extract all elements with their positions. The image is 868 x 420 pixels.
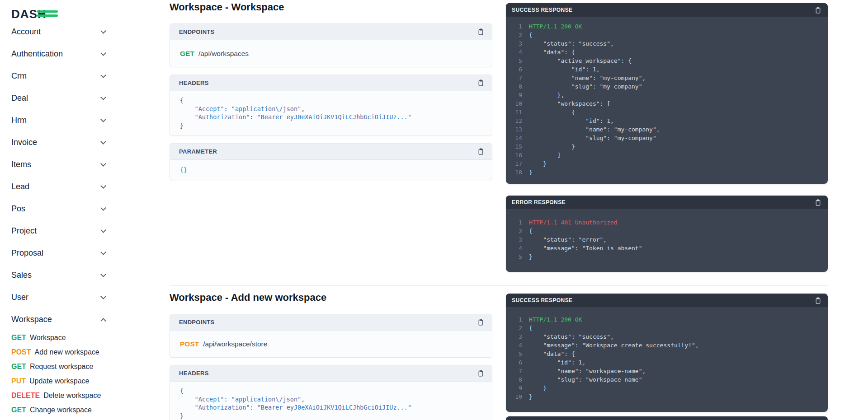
copy-button[interactable]	[477, 28, 485, 36]
code-key: "Authorization"	[180, 113, 250, 121]
headers-card-title: HEADERS	[179, 79, 209, 86]
code-text: }	[529, 392, 533, 401]
section-add-new-workspace: Workspace - Add new workspace ENDPOINTS …	[170, 286, 828, 420]
headers-code: { "Accept": "application\/json", "Author…	[170, 91, 492, 135]
sidebar-item-label: Project	[11, 226, 37, 236]
sidebar-item-label: Crm	[11, 71, 27, 81]
chevron-icon	[100, 139, 106, 145]
copy-button[interactable]	[814, 6, 822, 14]
line-number: 9	[510, 384, 522, 392]
code-line: 7 "name": "my-company",	[510, 74, 822, 82]
code-text: {	[529, 324, 533, 332]
request-column: Workspace - Workspace ENDPOINTS GET /api…	[170, 1, 492, 187]
sidebar-item[interactable]: Project	[11, 220, 107, 242]
success-response-panel: SUCCESS RESPONSE 1HTTP/1.1 200 OK 2{ 3 "…	[506, 294, 828, 412]
copy-button[interactable]	[814, 297, 822, 304]
sidebar-item[interactable]: Sales	[11, 264, 107, 286]
headers-card-header: HEADERS	[170, 75, 492, 91]
copy-button[interactable]	[477, 79, 485, 87]
sidebar-item[interactable]: Proposal	[11, 242, 107, 264]
sidebar-item[interactable]: Lead	[11, 176, 107, 198]
copy-icon	[477, 79, 485, 87]
response-column: SUCCESS RESPONSE 1HTTP/1.1 200 OK 2{ 3 "…	[506, 1, 828, 284]
code-line: 9 },	[510, 91, 822, 99]
code-line: 9 }	[510, 384, 822, 392]
code-line: "Authorization": "Bearer eyJ0eXAiOiJKV1Q…	[180, 403, 483, 412]
code-text: "data": {	[529, 350, 575, 358]
line-number: 2	[510, 324, 522, 332]
endpoint-path: /api/workspaces	[198, 50, 249, 58]
sidebar-sub-item[interactable]: PUT Update workspace	[11, 374, 111, 388]
chevron-icon	[100, 50, 106, 56]
copy-button[interactable]	[477, 148, 485, 155]
sidebar-item[interactable]: Pos	[11, 198, 107, 220]
panel-header: ERROR RESPONSE	[506, 416, 828, 420]
code-text: "id": 1,	[529, 117, 614, 125]
code-text: }	[529, 384, 547, 392]
copy-button[interactable]	[477, 369, 485, 377]
code-brace: {	[180, 97, 184, 104]
chevron-icon	[100, 318, 106, 324]
sidebar-item-label: Proposal	[11, 248, 43, 258]
http-method-label: GET	[11, 406, 26, 414]
code-text: }	[529, 168, 533, 177]
copy-button[interactable]	[814, 199, 822, 206]
sidebar-item[interactable]: Items	[11, 154, 107, 176]
line-number: 10	[510, 99, 522, 108]
sidebar-item[interactable]: Authentication	[11, 43, 107, 65]
error-response-panel: ERROR RESPONSE	[506, 416, 828, 420]
code-comma: ,	[301, 396, 305, 403]
sidebar-sub-item[interactable]: POST Add new workspace	[11, 345, 111, 359]
panel-title: ERROR RESPONSE	[512, 199, 566, 205]
code-value: "Bearer eyJ0eXAiOiJKV1QiLCJhbGciOiJIUz..…	[257, 404, 411, 411]
sidebar-item[interactable]: Crm	[11, 65, 107, 87]
line-number: 6	[510, 65, 522, 74]
line-number: 17	[510, 159, 522, 168]
sidebar-item[interactable]: User	[11, 286, 107, 308]
endpoints-card: ENDPOINTS GET /api/workspaces	[170, 23, 492, 67]
panel-header: ERROR RESPONSE	[506, 196, 828, 209]
code-text: ]	[529, 151, 561, 159]
code-text: "id": 1,	[529, 358, 585, 367]
sidebar-sub-item[interactable]: GET Workspace	[11, 331, 111, 345]
chevron-icon	[100, 28, 106, 34]
panel-header: SUCCESS RESPONSE	[506, 3, 828, 17]
copy-button[interactable]	[477, 318, 485, 326]
code-text: },	[529, 91, 564, 99]
code-separator: :	[224, 105, 231, 112]
code-key: "Accept"	[180, 396, 224, 403]
code-line: 1HTTP/1.1 200 OK	[510, 22, 822, 31]
sidebar-item[interactable]: Deal	[11, 87, 107, 109]
code-line: {	[180, 387, 483, 395]
sidebar-item-label: Workspace	[11, 315, 52, 324]
line-number: 15	[510, 142, 522, 151]
code-brace: {	[180, 387, 184, 394]
page-title: Workspace - Workspace	[170, 1, 492, 14]
app-logo[interactable]: DASH	[11, 7, 79, 21]
panel-title: SUCCESS RESPONSE	[512, 297, 572, 303]
line-number: 13	[510, 125, 522, 134]
chevron-icon	[100, 72, 106, 78]
sidebar-sub-item[interactable]: DELETE Delete workspace	[11, 388, 111, 403]
code-line: 18}	[510, 168, 822, 177]
sidebar-sub-item[interactable]: GET Request workspace	[11, 359, 111, 374]
parameter-card: PARAMETER {}	[170, 143, 492, 180]
sidebar-item[interactable]: Account	[11, 21, 107, 43]
sidebar-item[interactable]: Workspace	[11, 308, 107, 331]
copy-icon	[477, 148, 485, 155]
code-brace: }	[180, 412, 184, 420]
sidebar-item[interactable]: Hrm	[11, 109, 107, 131]
sidebar-sub-item[interactable]: GET Change workspace	[11, 403, 111, 417]
copy-icon	[814, 6, 822, 14]
code-key: "Accept"	[180, 105, 224, 112]
sidebar-item[interactable]: Invoice	[11, 131, 107, 154]
code-line: 5 "active_workspace": {	[510, 56, 822, 65]
line-number: 18	[510, 168, 522, 177]
line-number: 8	[510, 82, 522, 91]
code-text: "message": "Workspace create successfull…	[529, 341, 699, 350]
code-text: {	[529, 31, 533, 39]
sidebar: DASH Account Authentication Crm	[0, 0, 140, 420]
parameter-value: {}	[180, 166, 187, 173]
panel-title: SUCCESS RESPONSE	[512, 7, 572, 13]
line-number: 6	[510, 358, 522, 367]
